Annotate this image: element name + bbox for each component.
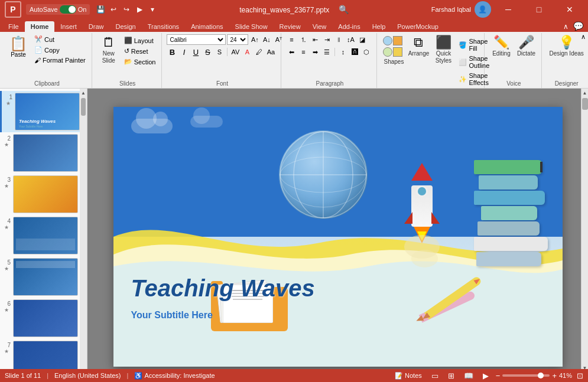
paste-button[interactable]: 📋 Paste (6, 34, 31, 60)
slide-item-2[interactable]: 2 ★ (0, 132, 87, 174)
tab-home[interactable]: Home (25, 21, 55, 32)
format-painter-button[interactable]: 🖌Format Painter (32, 55, 88, 65)
panel-scroll-thumb[interactable] (81, 98, 86, 116)
char-spacing-button[interactable]: AV (230, 47, 241, 57)
accessibility-button[interactable]: ♿ Accessibility: Investigate (134, 372, 215, 380)
align-right-button[interactable]: ➡ (310, 47, 320, 57)
present-button[interactable]: ▶ (134, 4, 145, 15)
reset-button[interactable]: ↺Reset (122, 46, 158, 56)
autosave-toggle[interactable]: AutoSave On (26, 4, 90, 15)
align-center-button[interactable]: ≡ (298, 47, 308, 57)
text-highlight-button[interactable]: 🖊 (254, 47, 264, 57)
slide-subtitle-container[interactable]: Your Subtitle Here (131, 310, 213, 321)
tab-design[interactable]: Design (109, 21, 141, 32)
justify-button[interactable]: ☰ (321, 47, 332, 57)
canvas-scroll-up[interactable]: ▲ (581, 89, 588, 97)
minimize-button[interactable]: ─ (495, 0, 522, 19)
autosave-switch[interactable] (60, 5, 76, 14)
shapes-button[interactable]: Shapes (382, 34, 405, 67)
designer-content: 💡 Design Ideas (547, 34, 586, 79)
increase-font-button[interactable]: A↑ (249, 34, 260, 45)
bullets-button[interactable]: ≡ (286, 34, 297, 45)
tab-animations[interactable]: Animations (185, 21, 229, 32)
slides-group-label: Slides (97, 79, 158, 88)
strikethrough-button[interactable]: S (202, 47, 213, 57)
tab-review[interactable]: Review (274, 21, 307, 32)
font-size-aa-button[interactable]: Aa (265, 47, 276, 57)
copy-icon: 📄 (34, 46, 43, 54)
tab-transitions[interactable]: Transitions (142, 21, 185, 32)
status-right: 📝 Notes ▭ ⊞ 📖 ▶ − + 41% ⊡ (392, 370, 583, 381)
redo-button[interactable]: ↪ (121, 4, 132, 15)
slide-item-3[interactable]: 3 ★ (0, 174, 87, 215)
slide-item-6[interactable]: 6 ★ (0, 298, 87, 339)
decrease-font-button[interactable]: A↓ (261, 34, 272, 45)
undo-button[interactable]: ↩ (108, 4, 119, 15)
smart-art-button[interactable]: ◪ (357, 34, 368, 45)
tab-draw[interactable]: Draw (83, 21, 110, 32)
view-reading-button[interactable]: 📖 (462, 370, 476, 381)
increase-indent-button[interactable]: ⇥ (321, 34, 332, 45)
slide-title-container[interactable]: Teaching Waves (131, 275, 315, 302)
avatar[interactable]: 👤 (475, 1, 491, 18)
view-normal-button[interactable]: ▭ (429, 370, 441, 381)
ribbon-scroll-up[interactable]: ∧ (581, 33, 586, 41)
section-button[interactable]: 📂Section (122, 57, 158, 67)
slide-canvas[interactable]: Teaching Waves Your Subtitle Here (113, 107, 563, 367)
slide-item-4[interactable]: 4 ★ (0, 215, 87, 256)
layout-button[interactable]: ⬛Layout (122, 35, 158, 45)
shadow-button[interactable]: S (214, 47, 225, 57)
underline-button[interactable]: U (190, 47, 201, 57)
tab-insert[interactable]: Insert (54, 21, 83, 32)
save-button[interactable]: 💾 (95, 4, 106, 15)
search-icon[interactable]: 🔍 (339, 5, 349, 14)
font-size-select[interactable]: 24 (227, 34, 248, 45)
decrease-indent-button[interactable]: ⇤ (310, 34, 320, 45)
bold-button[interactable]: B (167, 47, 177, 57)
font-name-select[interactable]: Calibri (167, 34, 226, 45)
slide-item-1[interactable]: 1 ★ Teaching Waves Your Subtitle Here (0, 91, 87, 132)
tab-view[interactable]: View (307, 21, 333, 32)
new-slide-button[interactable]: 🗒 NewSlide (97, 34, 121, 66)
maximize-button[interactable]: □ (525, 0, 553, 19)
zoom-out-button[interactable]: − (496, 371, 501, 380)
tab-slideshow[interactable]: Slide Show (229, 21, 274, 32)
convert-to-smartart-button[interactable]: ⬡ (361, 47, 372, 57)
panel-scroll-up[interactable]: ▲ (80, 89, 87, 97)
editing-button[interactable]: ✏️ Editing (489, 34, 513, 59)
text-shade-button[interactable]: 🅰 (349, 47, 360, 57)
line-spacing-button[interactable]: ↕ (337, 47, 348, 57)
tab-addins[interactable]: Add-ins (332, 21, 366, 32)
cut-button[interactable]: ✂️Cut (32, 34, 88, 44)
help-icon[interactable]: 💬 (571, 20, 586, 32)
tab-powermockup[interactable]: PowerMockup (391, 21, 444, 32)
canvas-vscroll-thumb[interactable] (582, 98, 588, 110)
view-slideshow-button[interactable]: ▶ (480, 370, 491, 381)
slide-item-5[interactable]: 5 ★ (0, 256, 87, 298)
customize-quick-access-button[interactable]: ▾ (147, 4, 158, 15)
numbering-button[interactable]: ⒈ (298, 34, 308, 45)
close-button[interactable]: ✕ (556, 0, 583, 19)
arrange-button[interactable]: ⧉ Arrange (407, 34, 430, 59)
zoom-in-button[interactable]: + (552, 371, 557, 380)
italic-button[interactable]: I (178, 47, 189, 57)
shapes-grid (383, 36, 404, 57)
zoom-slider[interactable] (502, 374, 550, 377)
dictate-button[interactable]: 🎤 Dictate (514, 34, 538, 59)
copy-button[interactable]: 📄Copy (32, 45, 88, 55)
view-slide-sorter-button[interactable]: ⊞ (446, 370, 457, 381)
slide-extra-buttons: ⬛Layout ↺Reset 📂Section (122, 35, 158, 67)
ribbon-collapse-button[interactable]: ∧ (561, 21, 571, 32)
tab-help[interactable]: Help (366, 21, 392, 32)
font-color-button[interactable]: A (242, 47, 252, 57)
filename: teaching_waves_23677.pptx (239, 6, 329, 14)
design-ideas-button[interactable]: 💡 Design Ideas (547, 34, 586, 59)
align-left-button[interactable]: ⬅ (286, 47, 297, 57)
text-direction-button[interactable]: ↕A (345, 34, 356, 45)
notes-button[interactable]: 📝 Notes (392, 371, 424, 381)
columns-button[interactable]: ⫴ (333, 34, 344, 45)
shape-oval (383, 36, 392, 45)
fit-window-button[interactable]: ⊡ (577, 371, 583, 380)
tab-file[interactable]: File (2, 21, 25, 32)
quick-styles-button[interactable]: ⬛ QuickStyles (431, 34, 455, 66)
